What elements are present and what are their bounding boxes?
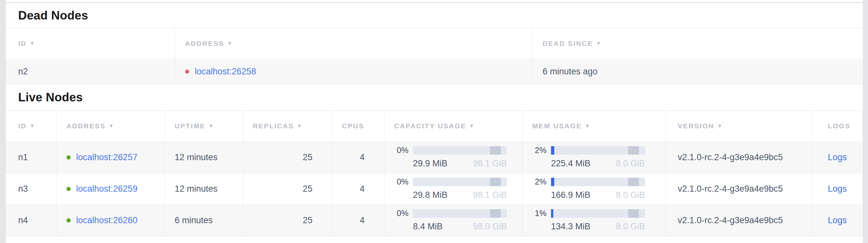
live-col-header-uptime[interactable]: UPTIME ▼ bbox=[165, 111, 243, 141]
uptime-cell: 12 minutes bbox=[165, 142, 243, 173]
capacity-usage-meter: 0% 29.9 MiB 98.1 GiB bbox=[394, 146, 507, 169]
live-col-header-address[interactable]: ADDRESS ▼ bbox=[57, 111, 165, 141]
nodes-content: Dead Nodes ID ▼ ADDRESS ▼ DEAD SINCE ▼ bbox=[6, 0, 863, 243]
dead-since-cell: 6 minutes ago bbox=[532, 59, 863, 84]
mem-used: 134.3 MiB bbox=[551, 221, 591, 232]
live-col-header-replicas[interactable]: REPLICAS ▼ bbox=[243, 111, 332, 141]
mem-usage-meter: 2% 225.4 MiB 8.0 GiB bbox=[532, 146, 645, 169]
dead-col-id-label: ID bbox=[18, 39, 27, 48]
mem-bar bbox=[551, 146, 645, 155]
capacity-total: 98.1 GiB bbox=[473, 159, 507, 169]
page-right-gutter bbox=[863, 0, 868, 243]
live-col-mem-label: MEM USAGE bbox=[532, 122, 582, 130]
sort-arrow-icon: ▼ bbox=[30, 40, 35, 47]
nodes-overview-page: Dead Nodes ID ▼ ADDRESS ▼ DEAD SINCE ▼ bbox=[0, 0, 868, 243]
logs-cell: Logs bbox=[813, 142, 863, 173]
live-col-cpus-label: CPUS bbox=[342, 122, 364, 130]
mem-bar-fill bbox=[551, 146, 554, 155]
live-col-id-label: ID bbox=[18, 122, 27, 130]
live-nodes-header-row: ID ▼ ADDRESS ▼ UPTIME ▼ REPLICAS ▼ bbox=[6, 110, 863, 142]
mem-percent: 2% bbox=[535, 177, 551, 187]
top-divider bbox=[6, 0, 863, 3]
mem-total: 8.0 GiB bbox=[616, 190, 645, 200]
dead-nodes-header-row: ID ▼ ADDRESS ▼ DEAD SINCE ▼ bbox=[6, 28, 863, 59]
live-col-header-version[interactable]: VERSION ▼ bbox=[666, 111, 813, 141]
live-col-header-id[interactable]: ID ▼ bbox=[6, 111, 57, 141]
cpus-cell: 4 bbox=[332, 205, 384, 236]
cpus-cell: 4 bbox=[332, 142, 384, 173]
mem-bar bbox=[551, 178, 645, 186]
live-col-address-label: ADDRESS bbox=[66, 122, 106, 130]
dead-col-header-address[interactable]: ADDRESS ▼ bbox=[175, 28, 532, 59]
live-node-row: n1 localhost:26257 12 minutes 25 4 0% bbox=[6, 142, 863, 173]
capacity-percent: 0% bbox=[397, 209, 413, 218]
node-id-cell: n3 bbox=[6, 173, 57, 204]
live-col-logs-label: LOGS bbox=[828, 122, 850, 130]
dead-status-dot-icon bbox=[185, 70, 189, 74]
mem-total: 8.0 GiB bbox=[616, 159, 645, 169]
node-address-link[interactable]: localhost:26259 bbox=[76, 184, 137, 194]
version-cell: v2.1.0-rc.2-4-g3e9a4e9bc5 bbox=[666, 142, 813, 173]
version-cell: v2.1.0-rc.2-4-g3e9a4e9bc5 bbox=[666, 173, 813, 204]
capacity-percent: 0% bbox=[397, 145, 413, 155]
live-col-header-capacity-usage[interactable]: CAPACITY USAGE ▼ bbox=[384, 111, 523, 141]
live-col-replicas-label: REPLICAS bbox=[253, 122, 294, 130]
mem-percent: 1% bbox=[535, 209, 551, 218]
version-cell: v2.1.0-rc.2-4-g3e9a4e9bc5 bbox=[666, 205, 813, 236]
node-address-cell: localhost:26259 bbox=[57, 173, 165, 204]
mem-used: 166.9 MiB bbox=[551, 190, 591, 200]
capacity-usage-cell: 0% 29.8 MiB 98.1 GiB bbox=[384, 173, 523, 204]
capacity-used: 29.8 MiB bbox=[413, 190, 447, 200]
sort-arrow-icon: ▼ bbox=[717, 123, 723, 129]
capacity-percent: 0% bbox=[397, 177, 413, 187]
node-address-link[interactable]: localhost:26257 bbox=[76, 152, 137, 162]
live-col-capacity-label: CAPACITY USAGE bbox=[394, 122, 466, 130]
replicas-cell: 25 bbox=[243, 173, 332, 204]
node-id-cell: n1 bbox=[6, 142, 57, 173]
mem-bar bbox=[551, 209, 645, 218]
capacity-bar bbox=[413, 209, 507, 218]
mem-usage-cell: 2% 166.9 MiB 8.0 GiB bbox=[523, 173, 666, 204]
dead-col-address-label: ADDRESS bbox=[185, 39, 224, 48]
capacity-usage-meter: 0% 8.4 MiB 98.0 GiB bbox=[394, 209, 507, 232]
cpus-cell: 4 bbox=[332, 173, 384, 204]
capacity-usage-meter: 0% 29.8 MiB 98.1 GiB bbox=[394, 178, 507, 200]
node-id-cell: n2 bbox=[6, 59, 175, 84]
dead-col-dead-since-label: DEAD SINCE bbox=[542, 39, 593, 48]
capacity-bar bbox=[413, 178, 507, 186]
dead-nodes-table: ID ▼ ADDRESS ▼ DEAD SINCE ▼ n2 bbox=[6, 28, 863, 84]
dead-col-header-dead-since[interactable]: DEAD SINCE ▼ bbox=[532, 28, 863, 59]
live-col-uptime-label: UPTIME bbox=[175, 122, 206, 130]
sort-arrow-icon: ▼ bbox=[209, 123, 214, 129]
node-address-link[interactable]: localhost:26258 bbox=[195, 66, 256, 77]
sort-arrow-icon: ▼ bbox=[108, 123, 115, 129]
dead-nodes-title: Dead Nodes bbox=[6, 3, 863, 28]
mem-total: 8.0 GiB bbox=[616, 221, 645, 232]
capacity-used: 29.9 MiB bbox=[413, 159, 447, 169]
dead-node-row: n2 localhost:26258 6 minutes ago bbox=[6, 59, 863, 84]
logs-link[interactable]: Logs bbox=[828, 215, 847, 225]
live-node-row: n4 localhost:26260 6 minutes 25 4 0% bbox=[6, 205, 863, 236]
sort-arrow-icon: ▼ bbox=[30, 123, 35, 129]
dead-col-header-id[interactable]: ID ▼ bbox=[6, 28, 175, 59]
replicas-cell: 25 bbox=[243, 142, 332, 173]
live-col-header-logs: LOGS bbox=[813, 111, 863, 141]
mem-percent: 2% bbox=[535, 145, 551, 155]
live-node-row: n3 localhost:26259 12 minutes 25 4 0% bbox=[6, 173, 863, 205]
live-col-header-mem-usage[interactable]: MEM USAGE ▼ bbox=[523, 111, 666, 141]
logs-link[interactable]: Logs bbox=[828, 184, 847, 194]
logs-link[interactable]: Logs bbox=[828, 152, 847, 162]
capacity-total: 98.1 GiB bbox=[473, 190, 507, 200]
node-address-cell: localhost:26258 bbox=[175, 59, 532, 84]
live-nodes-title: Live Nodes bbox=[6, 84, 863, 110]
capacity-total: 98.0 GiB bbox=[473, 221, 507, 232]
sort-arrow-icon: ▼ bbox=[585, 123, 591, 129]
mem-used: 225.4 MiB bbox=[551, 159, 591, 169]
capacity-bar bbox=[413, 146, 507, 155]
node-address-cell: localhost:26260 bbox=[57, 205, 165, 236]
node-address-link[interactable]: localhost:26260 bbox=[76, 215, 137, 225]
mem-bar-fill bbox=[551, 209, 553, 218]
mem-usage-cell: 2% 225.4 MiB 8.0 GiB bbox=[523, 142, 666, 173]
live-status-dot-icon bbox=[66, 155, 71, 160]
dead-nodes-section: Dead Nodes ID ▼ ADDRESS ▼ DEAD SINCE ▼ bbox=[6, 3, 863, 84]
